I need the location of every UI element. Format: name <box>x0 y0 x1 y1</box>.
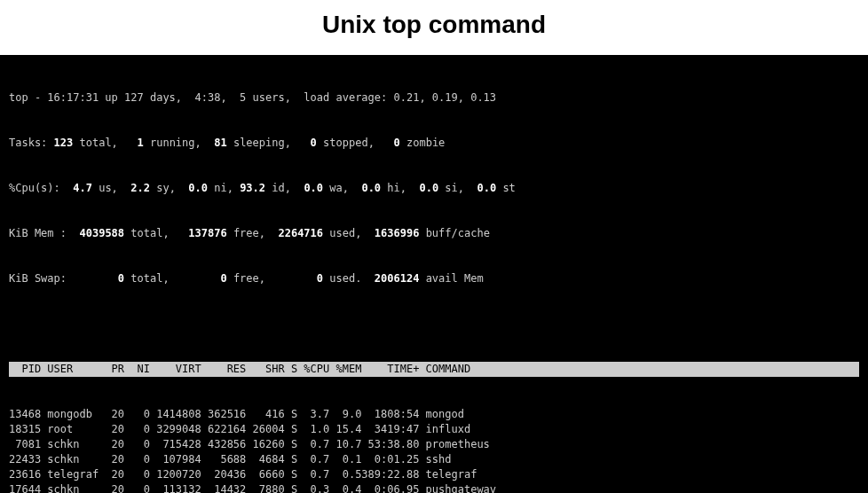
summary-cpu: %Cpu(s): 4.7 us, 2.2 sy, 0.0 ni, 93.2 id… <box>9 181 859 196</box>
process-row: 23616 telegraf 20 0 1200720 20436 6660 S… <box>9 467 859 482</box>
summary-swap: KiB Swap: 0 total, 0 free, 0 used. 20061… <box>9 271 859 286</box>
summary-blank <box>9 317 859 332</box>
page-title: Unix top command <box>0 0 868 55</box>
process-row: 22433 schkn 20 0 107984 5688 4684 S 0.7 … <box>9 452 859 467</box>
process-row: 17644 schkn 20 0 113132 14432 7880 S 0.3… <box>9 482 859 493</box>
process-row: 18315 root 20 0 3299048 622164 26004 S 1… <box>9 422 859 437</box>
process-row: 7081 schkn 20 0 715428 432856 16260 S 0.… <box>9 437 859 452</box>
summary-tasks: Tasks: 123 total, 1 running, 81 sleeping… <box>9 136 859 151</box>
process-row: 13468 mongodb 20 0 1414808 362516 416 S … <box>9 407 859 422</box>
process-list: 13468 mongodb 20 0 1414808 362516 416 S … <box>9 407 859 493</box>
summary-mem: KiB Mem : 4039588 total, 137876 free, 22… <box>9 226 859 241</box>
process-header: PID USER PR NI VIRT RES SHR S %CPU %MEM … <box>9 362 859 377</box>
terminal-window[interactable]: top - 16:17:31 up 127 days, 4:38, 5 user… <box>0 55 868 493</box>
summary-uptime: top - 16:17:31 up 127 days, 4:38, 5 user… <box>9 90 859 106</box>
